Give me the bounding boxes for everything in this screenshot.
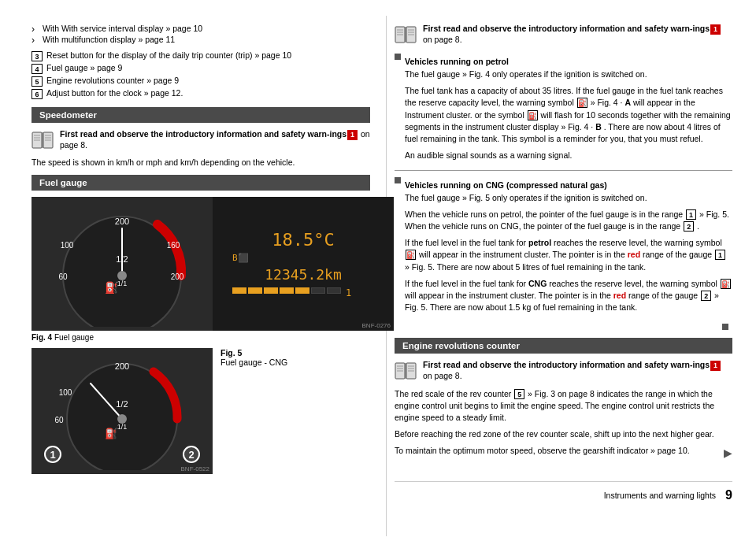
left-column: With With service interval display » pag…: [0, 16, 386, 536]
arrow-right: ▶: [724, 445, 732, 461]
red-text-1: red: [628, 250, 640, 259]
fuel-symbol-3: ⛽: [406, 250, 416, 260]
cng-para4: If the fuel level in the fuel tank for C…: [405, 278, 732, 314]
right-top-warning: First read and observe the introductory …: [395, 24, 732, 46]
circle-label-1: 1: [44, 446, 61, 463]
warning-num: 1: [347, 130, 358, 140]
fig4-label: Fig. 4 Fuel gauge: [32, 333, 370, 342]
bnf-tag-main: BNF-0276: [362, 322, 391, 329]
svg-text:200: 200: [115, 361, 129, 371]
list-item-3: 3 Reset button for the display of the da…: [32, 50, 370, 61]
num-badge-6: 6: [32, 89, 43, 99]
petrol-para3: An audible signal sounds as a warning si…: [405, 150, 732, 161]
svg-text:200: 200: [115, 217, 129, 226]
range-badge-1: 1: [686, 209, 696, 220]
svg-text:100: 100: [61, 241, 74, 250]
num-badge-5: 5: [32, 76, 43, 87]
cng-para2: When the vehicle runs on petrol, the poi…: [405, 209, 732, 232]
fuel-symbol-4: ⛽: [721, 279, 731, 289]
section-bullet-end: [722, 324, 728, 330]
petrol-bullet: Vehicles running on petrol The fuel gaug…: [395, 52, 732, 167]
svg-text:1/2: 1/2: [116, 399, 128, 409]
list-item: With multifunction display » page 11: [32, 35, 370, 44]
engine-rev-warning-text: First read and observe the introductory …: [423, 360, 732, 380]
engine-warning-num: 1: [710, 361, 721, 371]
page-number: 9: [725, 488, 732, 502]
svg-text:1/1: 1/1: [117, 423, 128, 431]
svg-text:200: 200: [171, 272, 184, 281]
cng-row: 200 100 60 1/2 1/1 ⛽ 1 2 BNF-0522 Fig. 5…: [32, 348, 370, 474]
cng-para3: If the fuel level in the fuel tank for p…: [405, 237, 732, 273]
circle-label-2: 2: [183, 446, 200, 463]
fuel-gauge-header: Fuel gauge: [32, 175, 370, 191]
engine-rev-para2: Before reaching the red zone of the rev …: [395, 428, 732, 440]
book-icon-engine: [395, 361, 417, 382]
petrol-para2: The fuel tank has a capacity of about 35…: [405, 85, 732, 145]
gauge-svg-cng: 200 100 60 1/2 1/1 ⛽: [43, 352, 201, 470]
engine-rev-para1: The red scale of the rev counter 5 » Fig…: [395, 388, 732, 424]
range-badge-2: 2: [684, 221, 694, 232]
odo-display: 12345.2km: [232, 266, 374, 283]
rev-badge-5: 5: [514, 389, 524, 399]
petrol-header: Vehicles running on petrol: [405, 57, 732, 66]
inline-badge-fuel2: ⛽: [528, 110, 538, 120]
chapter-label: Instruments and warning lights: [604, 491, 716, 500]
gauge-svg-left: 200 100 160 60 200 1/2 1/1 ⛽: [43, 201, 201, 327]
cng-bullet: Vehicles running on CNG (compressed natu…: [395, 176, 732, 319]
num-badge-3: 3: [32, 51, 43, 61]
gauge-right-panel: 18.5°C B⬛ 12345.2km: [213, 197, 394, 331]
fuel-bar: 1: [232, 287, 374, 298]
fuel-gauge-cng-image: 200 100 60 1/2 1/1 ⛽ 1 2 BNF-0522: [32, 348, 213, 474]
list-item-6: 6 Adjust button for the clock » page 12.: [32, 88, 370, 99]
fuel-gauge-image-main: A B 200 100 160 60 200 1/2: [32, 197, 394, 331]
svg-text:1/1: 1/1: [117, 280, 128, 287]
num-badge-4: 4: [32, 64, 43, 74]
gauge-badge-1: 1: [715, 250, 725, 260]
cng-header: Vehicles running on CNG (compressed natu…: [405, 180, 732, 190]
fig5-label: Fig. 5 Fuel gauge - CNG: [213, 348, 287, 367]
svg-text:100: 100: [59, 388, 72, 397]
speedometer-warning-box: First read and observe the introductory …: [32, 129, 370, 151]
page: With With service interval display » pag…: [0, 0, 756, 552]
right-top-warning-text: First read and observe the introductory …: [423, 24, 732, 44]
list-item-5: 5 Engine revolutions counter » page 9: [32, 76, 370, 87]
svg-text:160: 160: [167, 241, 180, 250]
cng-para1: The fuel gauge » Fig. 5 only operates if…: [405, 192, 732, 204]
engine-rev-warning: First read and observe the introductory …: [395, 360, 732, 382]
red-text-2: red: [613, 291, 626, 300]
inline-badge-fuel: ⛽: [577, 98, 587, 108]
bullet-list: With With service interval display » pag…: [32, 24, 370, 44]
divider: [395, 170, 732, 171]
engine-rev-header: Engine revolutions counter: [395, 338, 732, 354]
svg-text:⛽: ⛽: [105, 427, 118, 440]
display-panel: 18.5°C B⬛ 12345.2km: [224, 222, 382, 306]
book-icon-right: [395, 25, 417, 46]
svg-text:60: 60: [58, 272, 68, 281]
section-bullet-cng: [395, 177, 401, 183]
svg-text:60: 60: [54, 416, 64, 424]
speedometer-body: The speed is shown in km/h or mph and km…: [32, 157, 370, 167]
gauge-badge-2: 2: [701, 291, 711, 301]
gauge-left-panel: 200 100 160 60 200 1/2 1/1 ⛽: [32, 197, 213, 331]
warning-num-right: 1: [710, 24, 721, 35]
list-item: With With service interval display » pag…: [32, 24, 370, 33]
right-column: First read and observe the introductory …: [386, 16, 756, 536]
bnf-tag-cng: BNF-0522: [181, 465, 209, 472]
book-icon: [32, 131, 54, 151]
list-item-4: 4 Fuel gauge » page 9: [32, 63, 370, 74]
temp-display: 18.5°C: [232, 230, 374, 250]
petrol-para1: The fuel gauge » Fig. 4 only operates if…: [405, 69, 732, 80]
section-bullet-petrol: [395, 54, 401, 60]
numbered-list: 3 Reset button for the display of the da…: [32, 50, 370, 99]
engine-rev-para3: To maintain the optimum motor speed, obs…: [395, 445, 732, 457]
speedometer-header: Speedometer: [32, 107, 370, 123]
speedometer-warning-text: First read and observe the introductory …: [60, 129, 370, 150]
svg-text:⛽: ⛽: [105, 281, 119, 295]
